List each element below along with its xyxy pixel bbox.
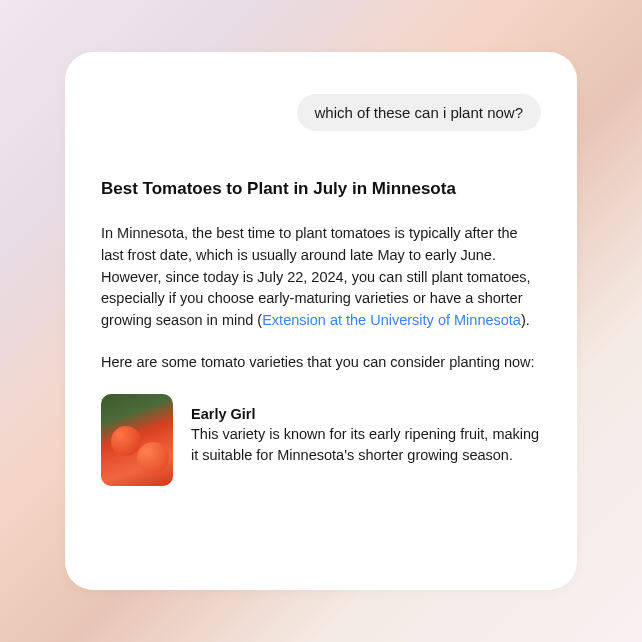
variety-text-block: Early Girl This variety is known for its… [191, 394, 541, 466]
lead-in-text: Here are some tomato varieties that you … [101, 352, 541, 374]
variety-item: Early Girl This variety is known for its… [101, 394, 541, 486]
user-message-text: which of these can i plant now? [315, 104, 523, 121]
variety-name: Early Girl [191, 406, 541, 422]
chat-card: which of these can i plant now? Best Tom… [65, 52, 577, 590]
citation-link[interactable]: Extension at the University of Minnesota [262, 312, 521, 328]
user-message-row: which of these can i plant now? [101, 94, 541, 131]
intro-text-part2: ). [521, 312, 530, 328]
user-message-bubble: which of these can i plant now? [297, 94, 541, 131]
response-title: Best Tomatoes to Plant in July in Minnes… [101, 179, 541, 199]
tomato-image [101, 394, 173, 486]
response-intro: In Minnesota, the best time to plant tom… [101, 223, 541, 332]
variety-description: This variety is known for its early ripe… [191, 424, 541, 466]
